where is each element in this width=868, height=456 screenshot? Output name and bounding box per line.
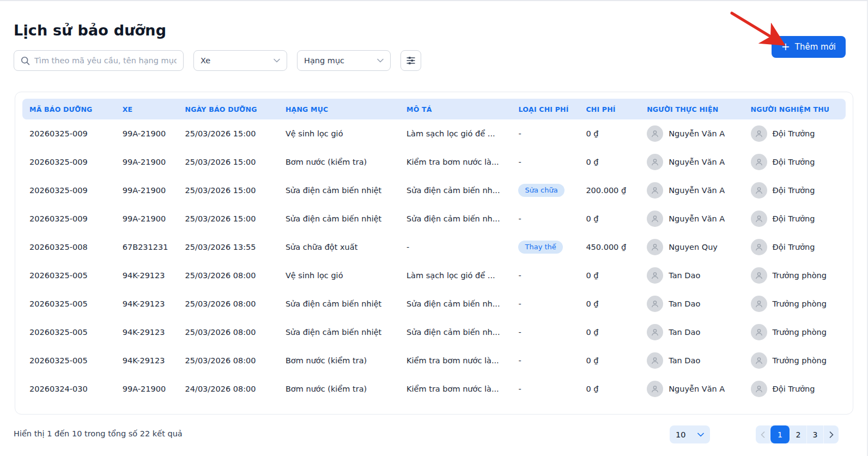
chevron-left-icon <box>761 431 765 438</box>
avatar <box>647 211 663 227</box>
person-icon <box>651 214 659 223</box>
acceptor-cell: Trưởng phòng <box>744 267 846 284</box>
person-icon <box>755 271 763 280</box>
person-icon <box>651 243 659 251</box>
cost-type-badge: Sửa chữa <box>518 184 564 197</box>
avatar <box>647 352 663 369</box>
vehicle-cell: 94K-29123 <box>116 356 178 365</box>
person-icon <box>755 328 763 337</box>
table-row[interactable]: 20260325-008 67B231231 25/03/2026 13:55 … <box>22 233 846 261</box>
performer-name: Tan Dao <box>669 299 700 308</box>
page-button-2[interactable]: 2 <box>790 425 807 443</box>
column-header: MÃ BẢO DƯỠNG <box>22 105 116 113</box>
table-row[interactable]: 20260325-009 99A-21900 25/03/2026 15:00 … <box>22 119 846 148</box>
vehicle-filter-select[interactable]: Xe <box>193 50 287 71</box>
maintenance-code-cell: 20260325-005 <box>22 271 116 280</box>
maintenance-code-cell: 20260325-009 <box>22 186 116 195</box>
cost-cell: 0 ₫ <box>579 385 640 393</box>
category-cell: Sửa điện cảm biến nhiệt <box>278 328 399 337</box>
cost-cell: 0 ₫ <box>579 299 640 308</box>
cost-type-cell: - <box>511 328 579 337</box>
avatar <box>751 125 767 142</box>
vehicle-cell: 99A-21900 <box>116 158 178 166</box>
search-box[interactable] <box>14 50 184 71</box>
avatar <box>647 239 663 255</box>
column-header: CHI PHÍ <box>579 105 640 113</box>
performer-name: Tan Dao <box>669 271 700 280</box>
acceptor-cell: Trưởng phòng <box>744 296 846 312</box>
description-cell: Làm sạch lọc gió để ... <box>399 129 511 138</box>
maintenance-date-cell: 25/03/2026 15:00 <box>178 129 278 138</box>
performer-name: Nguyễn Văn A <box>669 385 725 393</box>
avatar <box>647 324 663 340</box>
filter-toolbar: Xe Hạng mục <box>14 50 421 71</box>
description-cell: Sửa điện cảm biến nh... <box>399 186 511 195</box>
category-cell: Bơm nước (kiểm tra) <box>278 356 399 365</box>
vehicle-cell: 99A-21900 <box>116 129 178 138</box>
avatar <box>647 267 663 284</box>
table-row[interactable]: 20260325-009 99A-21900 25/03/2026 15:00 … <box>22 176 846 205</box>
page-button-3[interactable]: 3 <box>807 425 824 443</box>
cost-cell: 0 ₫ <box>579 158 640 166</box>
maintenance-date-cell: 25/03/2026 08:00 <box>178 328 278 337</box>
add-new-button[interactable]: + Thêm mới <box>772 36 846 58</box>
avatar <box>647 125 663 142</box>
cost-type-cell: - <box>511 271 579 280</box>
acceptor-name: Đội Trưởng <box>773 385 815 393</box>
acceptor-name: Trưởng phòng <box>773 328 827 337</box>
acceptor-name: Đội Trưởng <box>773 186 815 195</box>
table-row[interactable]: 20260325-005 94K-29123 25/03/2026 08:00 … <box>22 261 846 290</box>
cost-type-cell: - <box>511 385 579 393</box>
avatar <box>751 154 767 170</box>
avatar <box>647 182 663 199</box>
pagination-footer: Hiển thị 1 đến 10 trong tổng số 22 kết q… <box>14 424 846 445</box>
performer-cell: Nguyễn Văn A <box>640 182 743 199</box>
description-cell: Sửa điện cảm biến nh... <box>399 328 511 337</box>
table-row[interactable]: 20260325-005 94K-29123 25/03/2026 08:00 … <box>22 290 846 318</box>
person-icon <box>755 158 763 166</box>
performer-cell: Nguyen Quy <box>640 239 743 255</box>
table-body: 20260325-009 99A-21900 25/03/2026 15:00 … <box>22 119 846 403</box>
avatar <box>751 211 767 227</box>
avatar <box>751 267 767 284</box>
category-cell: Sửa điện cảm biến nhiệt <box>278 186 399 195</box>
table-row[interactable]: 20260325-005 94K-29123 25/03/2026 08:00 … <box>22 318 846 346</box>
category-cell: Sửa chữa đột xuất <box>278 243 399 251</box>
performer-cell: Nguyễn Văn A <box>640 125 743 142</box>
search-input[interactable] <box>34 56 177 65</box>
table-row[interactable]: 20260325-009 99A-21900 25/03/2026 15:00 … <box>22 148 846 176</box>
category-cell: Sửa điện cảm biến nhiệt <box>278 299 399 308</box>
description-cell: Sửa điện cảm biến nh... <box>399 299 511 308</box>
description-cell: Kiểm tra bơm nước là... <box>399 356 511 365</box>
cost-cell: 0 ₫ <box>579 328 640 337</box>
acceptor-cell: Đội Trưởng <box>744 182 846 199</box>
acceptor-name: Đội Trưởng <box>773 129 815 138</box>
acceptor-cell: Đội Trưởng <box>744 154 846 170</box>
cost-cell: 0 ₫ <box>579 214 640 223</box>
previous-page-button[interactable] <box>756 425 770 443</box>
person-icon <box>755 356 763 365</box>
page-size-select[interactable]: 10 <box>670 425 710 443</box>
acceptor-cell: Đội Trưởng <box>744 239 846 255</box>
column-header: XE <box>116 105 178 113</box>
vehicle-cell: 94K-29123 <box>116 328 178 337</box>
description-cell: Kiểm tra bơm nước là... <box>399 158 511 166</box>
description-cell: Làm sạch lọc gió để ... <box>399 271 511 280</box>
acceptor-name: Đội Trưởng <box>773 158 815 166</box>
window-top-border <box>0 0 868 1</box>
table-row[interactable]: 20260325-009 99A-21900 25/03/2026 15:00 … <box>22 205 846 233</box>
table-row[interactable]: 20260325-005 94K-29123 25/03/2026 08:00 … <box>22 346 846 375</box>
acceptor-name: Đội Trưởng <box>773 214 815 223</box>
performer-cell: Nguyễn Văn A <box>640 211 743 227</box>
person-icon <box>755 299 763 308</box>
next-page-button[interactable] <box>824 425 839 443</box>
performer-cell: Tan Dao <box>640 296 743 312</box>
table-row[interactable]: 20260324-030 99A-21900 24/03/2026 08:00 … <box>22 375 846 403</box>
performer-cell: Tan Dao <box>640 324 743 340</box>
person-icon <box>651 271 659 280</box>
advanced-filter-button[interactable] <box>400 50 421 71</box>
category-filter-select[interactable]: Hạng mục <box>297 50 391 71</box>
maintenance-date-cell: 25/03/2026 15:00 <box>178 186 278 195</box>
add-new-button-label: Thêm mới <box>795 42 836 52</box>
page-button-1[interactable]: 1 <box>770 425 790 443</box>
